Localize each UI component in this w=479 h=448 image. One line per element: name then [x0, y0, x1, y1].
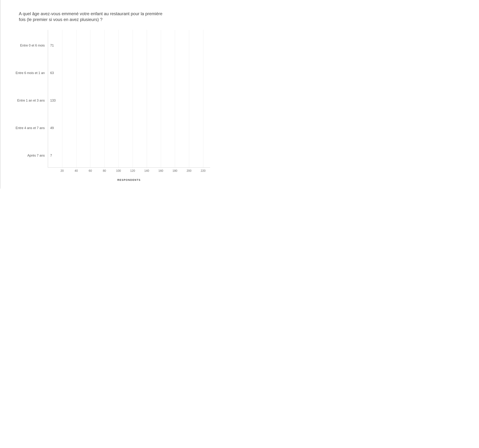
x-tick-label: 220	[201, 169, 206, 173]
x-axis-label: RESPONDENTS	[48, 178, 210, 181]
x-tick-label: 80	[103, 169, 106, 173]
category-label: Entre 1 an et 3 ans	[17, 98, 45, 102]
bar-value-label: 71	[50, 43, 54, 47]
category-label: Entre 0 et 6 mois	[20, 43, 45, 47]
bars-layer: Entre 0 et 6 mois71Entre 6 mois et 1 an6…	[48, 30, 210, 168]
x-tick-label: 180	[173, 169, 177, 173]
bar-value-label: 133	[50, 98, 56, 102]
x-tick-label: 160	[158, 169, 163, 173]
x-tick-label: 120	[130, 169, 135, 173]
category-label: Après 7 ans	[27, 154, 45, 157]
x-tick-layer: 20406080100120140160180200220	[48, 168, 210, 173]
chart-container: A quel âge avez-vous emmené votre enfant…	[0, 0, 217, 188]
x-tick-label: 140	[144, 169, 149, 173]
plot-area: Entre 0 et 6 mois71Entre 6 mois et 1 an6…	[48, 30, 210, 168]
x-tick-label: 20	[60, 169, 64, 173]
category-label: Entre 4 ans et 7 ans	[16, 126, 45, 130]
bar-value-label: 63	[50, 71, 54, 75]
x-tick-label: 100	[116, 169, 121, 173]
x-tick-label: 200	[186, 169, 192, 173]
x-tick-label: 40	[75, 169, 78, 173]
chart-title: A quel âge avez-vous emmené votre enfant…	[19, 11, 167, 23]
bar-value-label: 7	[50, 154, 52, 157]
category-label: Entre 6 mois et 1 an	[16, 71, 45, 75]
x-tick-label: 60	[89, 169, 92, 173]
bar-value-label: 49	[50, 126, 54, 130]
